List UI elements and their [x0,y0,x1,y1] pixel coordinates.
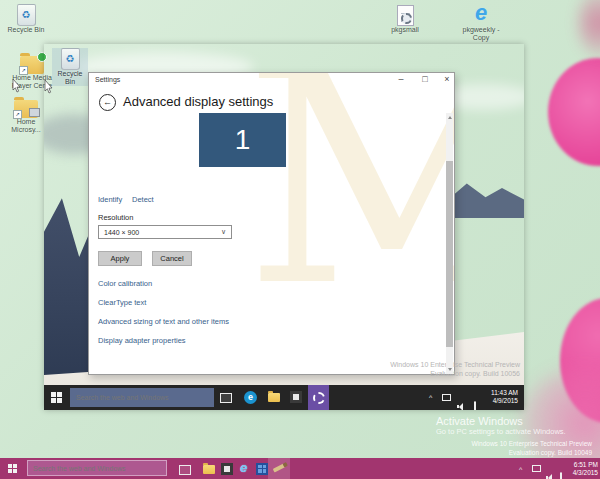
folder-icon: ↗ [14,100,38,118]
blue-tiles-app-icon[interactable] [256,463,268,475]
desktop-icon-label: Microsy... [11,126,40,134]
start-button[interactable] [8,464,17,473]
scroll-up-icon[interactable] [448,116,452,119]
desktop-icon-label: Copy [473,34,489,42]
tray-time: 11:43 AM [491,389,518,397]
monitor-number: 1 [235,124,251,156]
mouse-cursor [12,79,21,93]
blossom-shape [538,172,600,304]
recycle-glyph: ♻ [66,54,75,64]
apply-button[interactable]: Apply [98,251,142,266]
recycle-bin-icon: ♻ [17,4,36,26]
resolution-dropdown[interactable]: 1440 × 900 ∨ [98,225,232,239]
outer-build-watermark: Windows 10 Enterprise Technical Preview … [471,440,592,457]
tray-date: 4/3/2015 [573,469,598,477]
file-explorer-icon[interactable] [268,393,280,402]
desktop-icon-label: Home [17,118,36,126]
desktop-icon-recycle-bin[interactable]: ♻ Recycle Bin [6,4,46,34]
shortcut-arrow-icon: ↗ [13,110,22,119]
activate-windows-watermark: Activate Windows Go to PC settings to ac… [436,415,566,436]
edge-browser-icon[interactable]: e [244,391,257,404]
desktop-icon-ie-shortcut[interactable]: e pkgweekly - Copy [458,0,504,42]
tray-clock[interactable]: 6:51 PM 4/3/2015 [573,461,598,477]
action-center-icon[interactable] [474,401,476,410]
monitor-preview[interactable]: 1 [199,113,286,167]
inner-desktop-icon-recycle-bin[interactable]: ♻ Recycle Bin [52,48,88,86]
settings-window: M Settings – □ × ← Advanced display sett… [88,72,455,375]
network-icon[interactable] [532,465,541,472]
settings-app-active[interactable] [308,385,329,410]
mouse-cursor [44,80,53,94]
internet-explorer-icon: e [475,0,487,26]
vertical-scrollbar[interactable] [446,113,453,374]
chevron-up-icon[interactable]: ^ [519,466,522,473]
internet-explorer-icon[interactable]: e [240,460,247,475]
desktop-icon-second-folder[interactable]: ↗ Home Microsy... [4,100,48,134]
search-input[interactable] [27,460,167,476]
start-button[interactable] [51,392,62,403]
store-app-icon[interactable] [221,463,233,475]
search-input[interactable] [70,388,214,407]
network-icon[interactable] [442,394,451,401]
paint-brush-icon [273,463,285,472]
action-center-icon[interactable] [560,472,562,479]
detect-link[interactable]: Detect [132,195,154,204]
desktop-icon-pkg-doc[interactable]: pkgsmall [385,5,425,34]
page-title: Advanced display settings [123,94,273,109]
back-button[interactable]: ← [99,94,116,111]
task-view-icon[interactable] [179,465,191,475]
minimize-button[interactable]: – [393,73,409,87]
window-title: Settings [95,76,120,83]
cleartype-link[interactable]: ClearType text [98,298,146,307]
inner-taskbar: e ^ 11:43 AM 4/9/2015 [44,385,524,410]
scroll-down-icon[interactable] [448,368,452,371]
identify-link[interactable]: Identify [98,195,122,204]
document-gear-icon [397,5,414,26]
close-button[interactable]: × [439,73,455,87]
scrollbar-thumb[interactable] [446,161,453,347]
device-badge-icon [29,108,40,117]
display-adapter-link[interactable]: Display adapter properties [98,336,186,345]
desktop-icon-label: pkgsmall [391,26,419,34]
desktop-icon-label: pkgweekly - [463,26,500,34]
outer-taskbar: e ^ 6:51 PM 4/3/2015 [0,458,600,479]
task-view-icon[interactable] [220,393,232,403]
tray-date: 4/9/2015 [491,397,518,405]
desktop-icon-label: Recycle Bin [52,70,88,86]
chevron-up-icon[interactable]: ^ [429,394,432,401]
displayed-screenshot-image: ♻ Recycle Bin M Settings – □ × ← Advance… [44,44,524,410]
resolution-value: 1440 × 900 [104,229,139,236]
recycle-bin-icon: ♻ [61,48,80,70]
desktop: ♻ Recycle Bin ↗ Home Media Player Cente … [0,0,600,479]
folder-icon: ↗ [20,56,44,74]
tray-clock[interactable]: 11:43 AM 4/9/2015 [491,389,518,405]
color-calibration-link[interactable]: Color calibration [98,279,152,288]
tray-time: 6:51 PM [573,461,598,469]
blossom-glow [578,0,600,58]
shortcut-arrow-icon: ↗ [19,66,28,75]
blossom-shape [548,58,600,166]
advanced-sizing-link[interactable]: Advanced sizing of text and other items [98,317,229,326]
resolution-label: Resolution [98,213,133,222]
desktop-icon-label: Recycle Bin [8,26,45,34]
maximize-button[interactable]: □ [417,73,433,87]
recycle-glyph: ♻ [22,10,31,20]
chevron-down-icon: ∨ [221,228,226,236]
file-explorer-icon[interactable] [203,465,215,474]
gear-icon [313,392,325,404]
store-app-icon[interactable] [290,391,302,403]
cancel-button[interactable]: Cancel [152,251,192,266]
image-viewer-app-active[interactable] [268,458,290,479]
